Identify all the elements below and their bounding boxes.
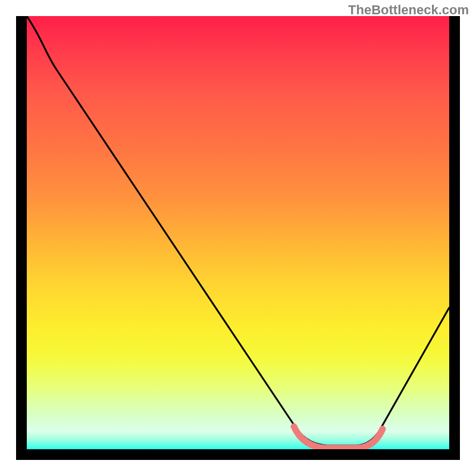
heat-gradient [27, 16, 449, 449]
attribution-label: TheBottleneck.com [348, 2, 469, 18]
chart-container: TheBottleneck.com [0, 0, 476, 476]
plot-frame [16, 16, 460, 460]
